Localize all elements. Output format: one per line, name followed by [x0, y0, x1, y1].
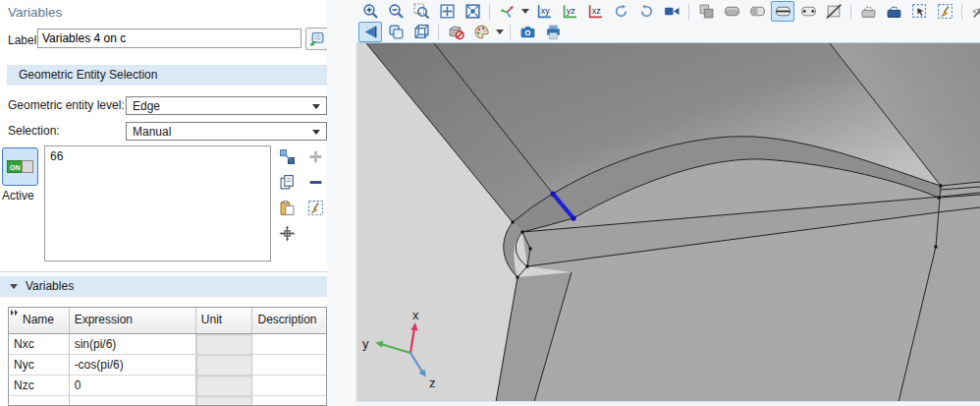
go-to-default-view-button[interactable]: [495, 1, 518, 22]
rename-button[interactable]: [305, 28, 328, 50]
zoom-to-selection-icon: [464, 3, 481, 20]
cell-unit[interactable]: [196, 396, 253, 406]
cell-expression[interactable]: sin(pi/6): [70, 334, 196, 355]
window-bottom-edge: [356, 401, 980, 406]
color-palette-dropdown[interactable]: [495, 29, 505, 34]
col-header-description[interactable]: Description: [252, 308, 326, 333]
movie-button[interactable]: [660, 1, 683, 22]
view-xz-icon: xz: [587, 3, 604, 20]
select-boundaries-button[interactable]: [745, 1, 769, 22]
add-to-selection-button[interactable]: [306, 147, 325, 166]
view-xy-button[interactable]: xy: [532, 1, 556, 22]
deselect-all-button[interactable]: [822, 1, 845, 22]
selection-combobox[interactable]: Manual: [126, 122, 327, 141]
paste-selection-button[interactable]: [278, 199, 297, 217]
col-header-expression[interactable]: Expression: [70, 308, 196, 333]
zoom-box-button[interactable]: [409, 1, 433, 22]
cell-name[interactable]: [9, 396, 70, 406]
graphics-canvas[interactable]: x y z: [356, 42, 980, 401]
default-view-dropdown[interactable]: [520, 9, 530, 14]
toolbar-separator: [489, 4, 490, 20]
select-edges-button[interactable]: [771, 1, 794, 22]
section-title: Geometric Entity Selection: [19, 68, 157, 82]
table-row[interactable]: [9, 396, 326, 406]
cell-unit[interactable]: [196, 376, 253, 396]
toggle-knob: [22, 160, 33, 173]
rotate-counterclockwise-button[interactable]: [634, 1, 658, 22]
model-scene[interactable]: x y z: [356, 43, 980, 401]
active-toggle-button[interactable]: ON: [2, 147, 38, 186]
graphics-toolbar-row2: [358, 22, 565, 42]
select-objects-icon: [698, 3, 715, 20]
default-view-triad-icon: [499, 3, 516, 20]
hide-objects-button[interactable]: [444, 22, 467, 42]
clear-selection-button[interactable]: [306, 199, 325, 217]
table-row[interactable]: Nyc -cos(pi/6): [9, 355, 326, 376]
rotate-clockwise-button[interactable]: [609, 1, 632, 22]
toolbar-separator: [961, 4, 962, 20]
view-xz-button[interactable]: xz: [583, 1, 607, 22]
clear-selection-icon: [307, 200, 324, 216]
chevron-down-icon: [312, 130, 320, 135]
panel-splitter[interactable]: [327, 0, 356, 406]
deselect-box-button[interactable]: [882, 1, 905, 22]
select-domains-icon: [724, 3, 740, 20]
cell-description[interactable]: [252, 355, 326, 376]
zoom-in-button[interactable]: [358, 1, 382, 22]
zoom-out-icon: [388, 3, 405, 20]
create-selection-button[interactable]: [278, 147, 297, 166]
row-grip-icon: [8, 309, 21, 317]
cell-unit[interactable]: [196, 334, 253, 355]
section-title: Variables: [26, 279, 74, 293]
cell-name[interactable]: Nyc: [9, 355, 70, 376]
deselect-box-icon: [886, 3, 902, 20]
copy-selection-button[interactable]: [278, 173, 297, 192]
cell-name[interactable]: Nxc: [9, 334, 70, 355]
label-input[interactable]: [37, 29, 301, 48]
chevron-down-icon: [496, 29, 504, 34]
zoom-out-button[interactable]: [384, 1, 408, 22]
cell-name[interactable]: Nzc: [9, 376, 70, 396]
level-combobox[interactable]: Edge: [126, 96, 327, 115]
zoom-to-selection-button[interactable]: [278, 224, 297, 243]
print-button[interactable]: [541, 22, 565, 42]
cell-description[interactable]: [252, 396, 326, 406]
rotate-counterclockwise-icon: [638, 3, 655, 20]
toolbar-separator: [510, 25, 511, 40]
marquee-select-button[interactable]: [907, 1, 931, 22]
col-header-unit[interactable]: Unit: [196, 308, 253, 333]
selected-edge-endpoint: [551, 192, 556, 197]
zoom-extents-button[interactable]: [435, 1, 459, 22]
hide-objects-icon: [448, 24, 464, 40]
select-objects-button[interactable]: [694, 1, 718, 22]
transparency-button[interactable]: [384, 22, 408, 42]
cell-expression[interactable]: 0: [70, 376, 196, 396]
select-box-button[interactable]: [856, 1, 880, 22]
view-yz-button[interactable]: yz: [558, 1, 581, 22]
scene-light-button[interactable]: [358, 22, 382, 42]
list-item[interactable]: 66: [50, 149, 265, 163]
wireframe-button[interactable]: [409, 22, 433, 42]
clear-selection-button[interactable]: [933, 1, 956, 22]
snapshot-button[interactable]: [516, 22, 539, 42]
select-domains-button[interactable]: [720, 1, 743, 22]
view-hidden-button[interactable]: [967, 1, 980, 22]
color-palette-button[interactable]: [469, 22, 493, 42]
cell-expression[interactable]: [70, 396, 196, 406]
cell-unit[interactable]: [196, 355, 253, 376]
view-xy-label: xy: [540, 6, 550, 16]
cell-description[interactable]: [252, 376, 326, 396]
cell-description[interactable]: [252, 334, 326, 355]
section-header-variables[interactable]: Variables: [0, 276, 327, 297]
rename-icon: [308, 30, 325, 47]
cell-expression[interactable]: -cos(pi/6): [70, 355, 196, 376]
select-points-button[interactable]: [796, 1, 820, 22]
section-header-geometric-entity-selection[interactable]: Geometric Entity Selection: [7, 65, 327, 86]
selection-listbox[interactable]: 66: [44, 145, 271, 261]
deselect-all-icon: [826, 3, 843, 20]
zoom-to-selection-button[interactable]: [461, 1, 484, 22]
remove-from-selection-button[interactable]: [306, 173, 325, 192]
variables-table[interactable]: Name Expression Unit Description Nxc sin…: [8, 307, 327, 406]
table-row[interactable]: Nzc 0: [9, 376, 326, 396]
table-row[interactable]: Nxc sin(pi/6): [9, 334, 326, 355]
